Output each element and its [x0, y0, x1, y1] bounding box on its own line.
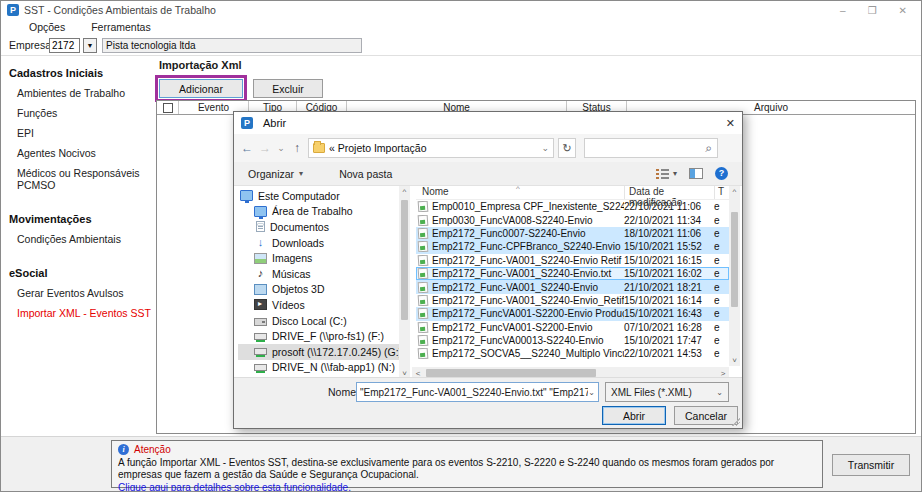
select-all-checkbox[interactable] [163, 103, 173, 113]
xml-file-icon [418, 282, 429, 293]
file-row[interactable]: Emp2172_Func-VA001_S2240-Envio Retif Sem… [416, 254, 729, 267]
tree-item-label: Músicas [272, 268, 311, 280]
file-row[interactable]: Emp2172_Func-VA001_S2240-Envio_Retificaç… [416, 294, 729, 307]
file-name: Emp2172_FuncVA001-S2200-Envio [432, 322, 592, 333]
tree-item-drive-n[interactable]: DRIVE_N (\\fab-app1) (N:) [238, 360, 399, 376]
file-type: e [714, 201, 729, 212]
tree-item-este-computador[interactable]: Este Computador [238, 188, 399, 204]
empresa-dropdown-button[interactable]: ▼ [83, 38, 97, 53]
file-col-nome[interactable]: Nome [416, 186, 624, 199]
network-drive-icon [254, 348, 267, 355]
sidebar-item-ambientes[interactable]: Ambientes de Trabalho [1, 83, 153, 103]
file-row[interactable]: Emp2172_Func-CPFBranco_S2240-Envio15/10/… [416, 240, 729, 253]
scroll-down-icon[interactable]: ˅ [729, 355, 740, 366]
back-icon[interactable]: ← [240, 141, 254, 155]
cancelar-button[interactable]: Cancelar [674, 406, 738, 425]
sidebar-item-funcoes[interactable]: Funções [1, 103, 153, 123]
minimize-button[interactable]: – [840, 5, 846, 16]
dialog-close-icon[interactable]: ✕ [726, 117, 735, 130]
tree-item-imagens[interactable]: Imagens [238, 250, 399, 266]
file-row[interactable]: Emp2172_SOCVA5__S2240_Multiplo Vinculo_S… [416, 347, 729, 360]
tree-item-disco-local-c[interactable]: Disco Local (C:) [238, 313, 399, 329]
view-chevron-icon: ▾ [673, 169, 677, 178]
restore-button[interactable]: ❐ [868, 5, 877, 16]
folder-tree: Este Computador Área de Trabalho Documen… [238, 188, 399, 375]
menu-ferramentas[interactable]: Ferramentas [91, 21, 151, 33]
hscrollbar-thumb[interactable] [426, 369, 596, 377]
file-row[interactable]: Emp2172_FuncVA001-S2200-Envio Produção15… [416, 307, 729, 320]
view-mode-button[interactable]: ▾ [656, 168, 677, 179]
file-name: Emp2172_Func0007-S2240-Envio [432, 228, 585, 239]
file-name-chevron-icon[interactable]: ⌄ [588, 388, 595, 397]
file-type-combo[interactable]: XML Files (*.XML) ⌄ [605, 382, 729, 402]
scroll-up-icon[interactable]: ^ [729, 186, 740, 197]
preview-pane-icon[interactable] [689, 168, 703, 179]
file-name-combo[interactable]: "Emp2172_Func-VA001_S2240-Envio.txt" "Em… [356, 382, 599, 402]
section-title: Importação Xml [159, 59, 242, 71]
desktop-icon [254, 206, 267, 217]
file-row[interactable]: Emp0030_FuncVA008-S2240-Envio22/10/2021 … [416, 213, 729, 226]
scroll-up-icon[interactable]: ^ [399, 186, 410, 197]
file-row[interactable]: Emp2172_FuncVA00013-S2240-Envio15/10/202… [416, 334, 729, 347]
file-type: e [714, 322, 729, 333]
tree-item-area-de-trabalho[interactable]: Área de Trabalho [238, 204, 399, 220]
tree-item-label: Imagens [272, 252, 312, 264]
adicionar-button[interactable]: Adicionar [159, 79, 243, 98]
app-titlebar: P SST - Condições Ambientais de Trabalho… [1, 1, 921, 19]
tree-item-documentos[interactable]: Documentos [238, 219, 399, 235]
file-list-scrollbar[interactable]: ^ ˅ [729, 186, 740, 366]
organizar-menu[interactable]: Organizar ▾ [248, 168, 303, 180]
file-row-focused[interactable]: Emp2172_Func-VA001_S2240-Envio.txt15/10/… [416, 267, 729, 280]
dialog-navbar: ← → ⌄ ↑ « Projeto Importação ⌄ ↻ ⌕ [234, 134, 742, 162]
resize-grip[interactable] [732, 418, 740, 426]
tree-item-prosoft-g[interactable]: prosoft (\\172.17.0.245) (G:) [238, 344, 399, 360]
sidebar-item-gerar-eventos[interactable]: Gerar Eventos Avulsos [1, 283, 153, 303]
file-row[interactable]: Emp2172_FuncVA001-S2200-Envio07/10/2021 … [416, 321, 729, 334]
sidebar-item-medicos[interactable]: Médicos ou Responsáveis PCMSO [1, 163, 153, 195]
tree-item-videos[interactable]: Vídeos [238, 297, 399, 313]
empresa-code-input[interactable] [49, 38, 80, 53]
file-col-tipo[interactable]: T [714, 186, 729, 199]
tree-item-musicas[interactable]: ♪Músicas [238, 266, 399, 282]
file-date: 18/10/2021 11:06 [624, 228, 714, 239]
history-chevron-icon[interactable]: ⌄ [276, 143, 286, 153]
tree-item-downloads[interactable]: ↓Downloads [238, 235, 399, 251]
file-row[interactable]: Emp2172_Func0007-S2240-Envio18/10/2021 1… [416, 227, 729, 240]
file-list-scrollbar-thumb[interactable] [731, 212, 738, 307]
file-row[interactable]: Emp2172_Func-VA001_S2240-Envio21/10/2021… [416, 280, 729, 293]
dialog-body: Este Computador Área de Trabalho Documen… [234, 186, 742, 379]
nova-pasta-button[interactable]: Nova pasta [339, 168, 392, 180]
tree-item-drive-f[interactable]: DRIVE_F (\\pro-fs1) (F:) [238, 328, 399, 344]
help-icon[interactable]: ? [715, 167, 728, 180]
tree-scrollbar-thumb[interactable] [401, 200, 408, 320]
app-window: P SST - Condições Ambientais de Trabalho… [0, 0, 922, 492]
forward-icon[interactable]: → [258, 141, 272, 155]
download-icon: ↓ [254, 237, 267, 248]
refresh-button[interactable]: ↻ [558, 138, 576, 158]
menu-opcoes[interactable]: Opções [29, 21, 65, 33]
file-date: 15/10/2021 16:43 [624, 308, 714, 319]
tree-scrollbar[interactable]: ^ ˅ [399, 186, 410, 379]
tree-item-label: Objetos 3D [272, 283, 325, 295]
xml-file-icon [418, 241, 429, 252]
sidebar-item-epi[interactable]: EPI [1, 123, 153, 143]
tree-item-objetos-3d[interactable]: Objetos 3D [238, 282, 399, 298]
sidebar-item-condicoes[interactable]: Condições Ambientais [1, 229, 153, 249]
xml-file-icon [418, 201, 429, 212]
file-col-data[interactable]: Data de modificação [624, 186, 714, 199]
address-bar[interactable]: « Projeto Importação ⌄ [308, 138, 554, 158]
list-view-icon [656, 168, 669, 179]
transmitir-button[interactable]: Transmitir [832, 454, 910, 476]
tree-item-label: Documentos [270, 221, 329, 233]
abrir-button[interactable]: Abrir [602, 406, 666, 425]
details-link[interactable]: Clique aqui para detalhes sobre esta fun… [118, 482, 351, 492]
sidebar-item-importar-xml[interactable]: Importar XML - Eventos SST [1, 303, 153, 323]
up-icon[interactable]: ↑ [290, 141, 304, 155]
address-chevron-icon[interactable]: ⌄ [541, 143, 549, 153]
close-button[interactable]: ✕ [899, 5, 907, 16]
tree-item-label: Este Computador [258, 190, 340, 202]
sidebar-item-agentes[interactable]: Agentes Nocivos [1, 143, 153, 163]
excluir-button[interactable]: Excluir [253, 79, 323, 98]
search-input[interactable] [585, 140, 700, 156]
xml-file-icon [418, 335, 429, 346]
